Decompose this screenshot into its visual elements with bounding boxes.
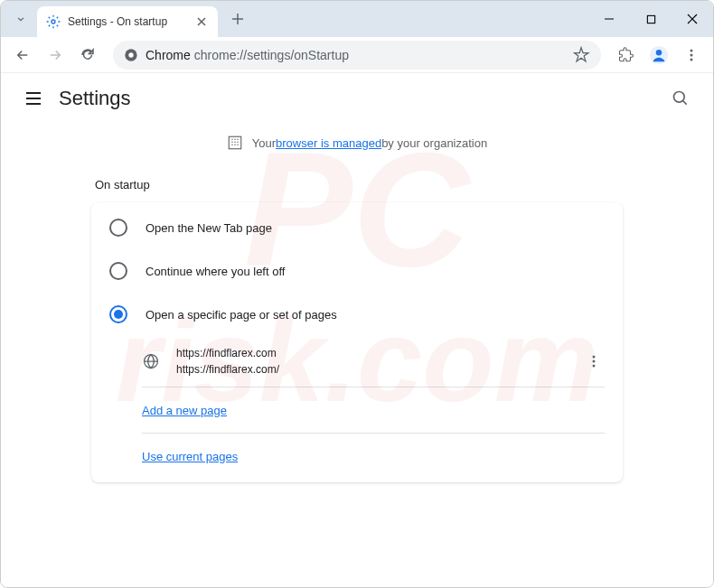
maximize-icon — [646, 14, 656, 24]
managed-prefix: Your — [252, 136, 276, 150]
use-current-link: Use current pages — [142, 450, 238, 463]
puzzle-icon — [618, 47, 634, 63]
managed-link[interactable]: browser is managed — [276, 136, 381, 150]
add-page-link: Add a new page — [142, 404, 227, 417]
managed-banner: Your browser is managed by your organiza… — [1, 124, 713, 162]
use-current-row[interactable]: Use current pages — [91, 434, 623, 479]
svg-point-0 — [52, 20, 55, 23]
radio-icon — [109, 262, 127, 280]
svg-point-9 — [674, 92, 685, 103]
kebab-menu-icon — [587, 354, 601, 369]
globe-icon — [142, 352, 160, 370]
building-icon — [227, 135, 243, 151]
page-actions-button[interactable] — [583, 350, 605, 372]
svg-point-8 — [691, 58, 693, 61]
search-icon — [672, 89, 690, 107]
radio-new-tab[interactable]: Open the New Tab page — [91, 206, 623, 249]
browser-tab[interactable]: Settings - On startup — [37, 6, 218, 37]
svg-point-6 — [691, 49, 693, 51]
radio-label: Continue where you left off — [146, 265, 285, 278]
profile-icon — [649, 45, 669, 65]
chevron-down-icon — [14, 13, 27, 25]
maximize-button[interactable] — [630, 1, 672, 37]
toolbar: Chrome chrome://settings/onStartup — [1, 37, 713, 73]
arrow-left-icon — [14, 47, 31, 63]
tab-title: Settings - On startup — [68, 15, 194, 28]
new-tab-button[interactable] — [225, 6, 250, 32]
arrow-right-icon — [47, 47, 63, 63]
startup-card: Open the New Tab page Continue where you… — [91, 202, 623, 482]
settings-search-button[interactable] — [662, 80, 699, 117]
svg-point-7 — [691, 53, 693, 56]
address-bar[interactable]: Chrome chrome://settings/onStartup — [113, 41, 601, 70]
radio-icon-selected — [109, 305, 127, 323]
minimize-button[interactable] — [588, 1, 630, 37]
settings-title: Settings — [59, 87, 131, 110]
titlebar: Settings - On startup — [1, 1, 713, 37]
extensions-button[interactable] — [612, 41, 641, 70]
startup-page-entry: https://findflarex.com https://findflare… — [91, 336, 623, 387]
tab-search-dropdown[interactable] — [5, 3, 37, 35]
settings-menu-button[interactable] — [15, 80, 52, 117]
svg-point-12 — [593, 356, 596, 359]
radio-specific-pages[interactable]: Open a specific page or set of pages — [91, 293, 623, 336]
page-urls: https://findflarex.com https://findflare… — [176, 345, 583, 378]
content-area: Settings Your browser is managed by your… — [1, 73, 713, 587]
svg-rect-10 — [229, 136, 241, 149]
chrome-logo-icon — [124, 48, 138, 62]
bookmark-star-icon[interactable] — [572, 46, 590, 64]
forward-button[interactable] — [41, 41, 70, 70]
reload-button[interactable] — [73, 41, 102, 70]
tab-close-button[interactable] — [194, 14, 209, 29]
profile-button[interactable] — [644, 41, 673, 70]
svg-rect-1 — [647, 15, 654, 23]
svg-point-3 — [128, 52, 133, 57]
settings-header: Settings — [1, 73, 713, 124]
close-window-button[interactable] — [672, 1, 713, 37]
managed-suffix: by your organization — [381, 136, 487, 150]
radio-label: Open a specific page or set of pages — [146, 308, 337, 322]
close-icon — [687, 14, 698, 24]
svg-point-5 — [656, 50, 662, 55]
radio-label: Open the New Tab page — [146, 221, 272, 235]
settings-gear-icon — [46, 14, 61, 29]
reload-icon — [80, 47, 96, 63]
kebab-menu-icon — [684, 48, 699, 62]
svg-point-14 — [593, 365, 596, 368]
add-page-row[interactable]: Add a new page — [91, 387, 623, 433]
close-icon — [197, 17, 206, 26]
plus-icon — [231, 13, 244, 25]
svg-point-13 — [593, 360, 596, 363]
section-title: On startup — [95, 178, 623, 191]
menu-button[interactable] — [677, 41, 706, 70]
radio-continue[interactable]: Continue where you left off — [91, 249, 623, 293]
url-text: chrome://settings/onStartup — [194, 48, 572, 62]
radio-icon — [109, 219, 127, 237]
page-url: https://findflarex.com/ — [176, 361, 583, 378]
page-title: https://findflarex.com — [176, 345, 583, 361]
back-button[interactable] — [8, 41, 37, 70]
url-prefix: Chrome — [146, 48, 191, 62]
minimize-icon — [604, 14, 615, 24]
hamburger-icon — [24, 89, 42, 107]
